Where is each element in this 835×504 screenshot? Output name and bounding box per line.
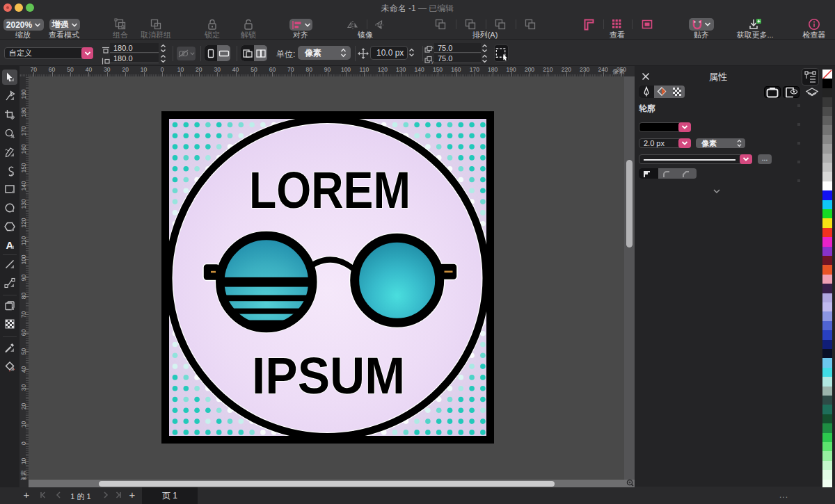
svg-text:IPSUM: IPSUM — [252, 347, 405, 405]
svg-text:LOREM: LOREM — [249, 161, 411, 219]
svg-text:y: y — [431, 60, 434, 64]
svg-text:x: x — [431, 45, 434, 49]
